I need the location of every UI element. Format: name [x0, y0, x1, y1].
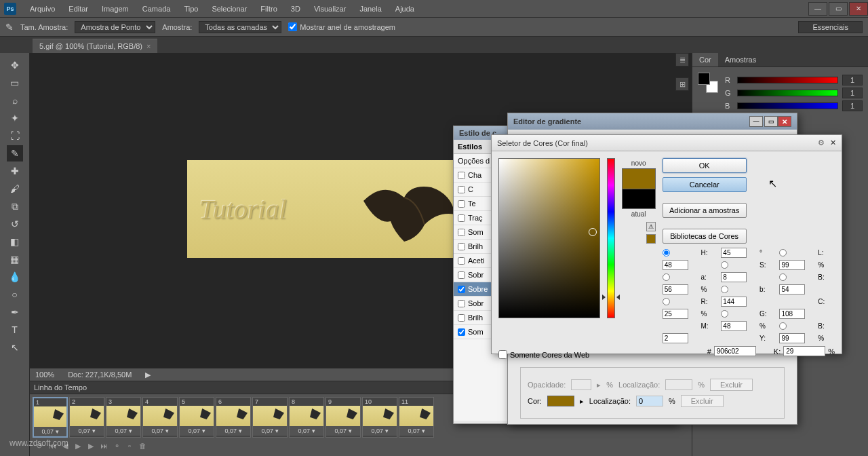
s-input[interactable]: [779, 260, 805, 270]
timeline-frame[interactable]: 30,07 ▾: [106, 397, 141, 438]
menu-filtro[interactable]: Filtro: [254, 5, 283, 13]
cp-b-input[interactable]: [663, 333, 688, 343]
blab-radio[interactable]: [721, 286, 728, 293]
hue-slider[interactable]: [607, 158, 615, 318]
show-ring-input[interactable]: [288, 22, 297, 31]
l-input[interactable]: [663, 260, 688, 270]
g-value[interactable]: [842, 88, 863, 98]
menu-arquivo[interactable]: Arquivo: [23, 5, 62, 13]
move-tool[interactable]: ✥: [7, 57, 23, 73]
cp-libraries-button[interactable]: Bibliotecas de Cores: [663, 229, 747, 244]
marquee-tool[interactable]: ▭: [7, 75, 23, 91]
timeline-frame[interactable]: 70,07 ▾: [252, 397, 288, 438]
history-brush-tool[interactable]: ↺: [7, 216, 23, 232]
blab-input[interactable]: [779, 284, 805, 294]
timeline-frame[interactable]: 110,07 ▾: [399, 397, 434, 438]
b-value[interactable]: [842, 100, 863, 111]
cp-g-input[interactable]: [779, 309, 805, 319]
cp-settings-icon[interactable]: ⚙: [818, 138, 825, 147]
websafe-icon[interactable]: [646, 234, 656, 244]
r-value[interactable]: [842, 75, 863, 86]
g-slider[interactable]: [737, 90, 838, 96]
canvas[interactable]: Tutorial: [187, 160, 465, 258]
fg-bg-swatch[interactable]: [698, 73, 718, 93]
crop-tool[interactable]: ⛶: [7, 128, 23, 144]
heal-tool[interactable]: ✚: [7, 163, 23, 179]
color-field[interactable]: [498, 158, 600, 318]
dodge-tool[interactable]: ○: [7, 286, 23, 303]
play-icon[interactable]: ▶: [73, 442, 83, 451]
cp-ok-button[interactable]: OK: [663, 158, 747, 173]
workspace-switcher[interactable]: Essenciais: [798, 21, 863, 33]
history-panel-icon[interactable]: ≣: [675, 53, 689, 66]
gradient-editor-title[interactable]: Editor de gradiente — ▭ ✕: [508, 113, 797, 130]
k-input[interactable]: [783, 346, 825, 356]
brightness-input[interactable]: [663, 284, 688, 294]
wand-tool[interactable]: ✦: [7, 110, 23, 126]
swatches-tab[interactable]: Amostras: [718, 53, 763, 66]
ge-maximize-button[interactable]: ▭: [764, 116, 778, 127]
eraser-tool[interactable]: ◧: [7, 233, 23, 250]
sample-select[interactable]: Todas as camadas: [199, 21, 281, 33]
menu-3d[interactable]: 3D: [284, 5, 307, 13]
current-color-swatch[interactable]: [622, 189, 656, 209]
cp-r-input[interactable]: [721, 297, 747, 307]
timeline-frame[interactable]: 50,07 ▾: [179, 397, 214, 438]
next-frame-icon[interactable]: ▶: [85, 442, 96, 451]
timeline-frame[interactable]: 40,07 ▾: [142, 397, 178, 438]
menu-tipo[interactable]: Tipo: [177, 5, 205, 13]
delete-frame-icon[interactable]: 🗑: [137, 442, 148, 451]
color-marker[interactable]: [589, 228, 597, 236]
close-button[interactable]: ✕: [849, 2, 868, 16]
timeline-frame[interactable]: 80,07 ▾: [289, 397, 324, 438]
blur-tool[interactable]: 💧: [7, 269, 23, 285]
color-arrow-icon[interactable]: ▸: [580, 397, 584, 406]
path-tool[interactable]: ↖: [7, 339, 23, 356]
menu-janela[interactable]: Janela: [353, 5, 388, 13]
brush-tool[interactable]: 🖌: [7, 180, 23, 197]
r-slider[interactable]: [737, 77, 838, 83]
new-frame-icon[interactable]: ▫: [124, 442, 135, 451]
sample-size-select[interactable]: Amostra de Ponto: [75, 21, 155, 33]
status-play-icon[interactable]: ▶: [145, 370, 151, 379]
timeline-frame[interactable]: 90,07 ▾: [326, 397, 361, 438]
color-delete-button[interactable]: Excluir: [681, 395, 724, 407]
menu-visualizar[interactable]: Visualizar: [307, 5, 353, 13]
minimize-button[interactable]: —: [808, 2, 827, 16]
timeline-frame[interactable]: 20,07 ▾: [69, 397, 104, 438]
c-input[interactable]: [663, 309, 688, 319]
gradient-tool[interactable]: ▦: [7, 251, 23, 267]
tab-close-icon[interactable]: ×: [146, 42, 151, 50]
type-tool[interactable]: T: [7, 322, 23, 338]
menu-ajuda[interactable]: Ajuda: [389, 5, 421, 13]
y-input[interactable]: [779, 333, 805, 343]
timeline-frame[interactable]: 60,07 ▾: [216, 397, 251, 438]
l-radio[interactable]: [779, 249, 787, 256]
r-radio[interactable]: [663, 298, 670, 305]
maximize-button[interactable]: ▭: [829, 2, 848, 16]
pen-tool[interactable]: ✒: [7, 304, 23, 320]
h-input[interactable]: [721, 248, 747, 258]
menu-editar[interactable]: Editar: [62, 5, 95, 13]
stamp-tool[interactable]: ⧉: [7, 198, 23, 214]
menu-imagem[interactable]: Imagem: [95, 5, 136, 13]
a-input[interactable]: [721, 272, 747, 282]
s-radio[interactable]: [721, 261, 728, 269]
hex-input[interactable]: [714, 346, 756, 356]
a-radio[interactable]: [663, 273, 670, 281]
ge-minimize-button[interactable]: —: [749, 116, 763, 127]
g-radio[interactable]: [721, 310, 728, 318]
timeline-frame[interactable]: 100,07 ▾: [362, 397, 397, 438]
bness-radio[interactable]: [779, 273, 787, 281]
color-picker-title[interactable]: Seletor de Cores (Cor final) ⚙ ✕: [492, 135, 842, 151]
web-only-checkbox[interactable]: Somente Cores da Web: [498, 350, 589, 359]
document-tab[interactable]: 5.gif @ 100% (Tutorial, RGB/8) ×: [33, 39, 157, 53]
properties-panel-icon[interactable]: ⊞: [675, 77, 689, 91]
timeline-frame[interactable]: 10,07 ▾: [33, 397, 68, 438]
menu-camada[interactable]: Camada: [136, 5, 178, 13]
cp-add-swatch-button[interactable]: Adicionar a amostras: [663, 203, 747, 218]
cp-close-button[interactable]: ✕: [830, 138, 836, 147]
bblue-radio[interactable]: [779, 322, 787, 330]
h-radio[interactable]: [663, 249, 670, 256]
tween-icon[interactable]: ⚬: [111, 442, 122, 451]
